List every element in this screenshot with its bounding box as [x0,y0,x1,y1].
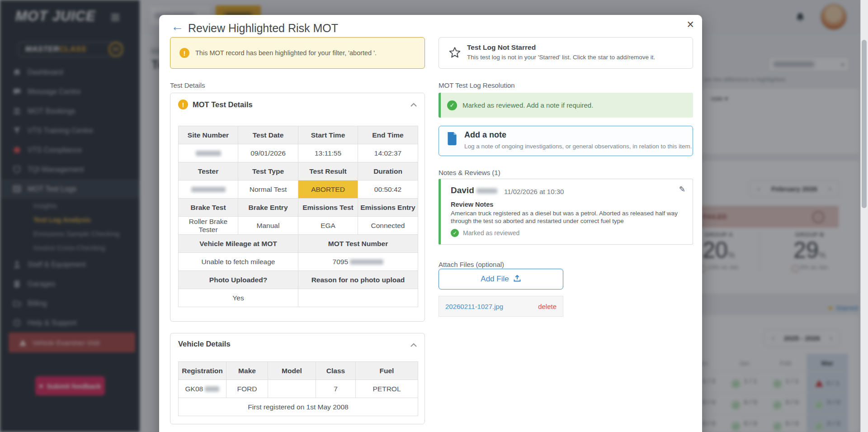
edit-pencil-icon[interactable]: ✎ [679,185,685,194]
note-author: David [451,185,497,195]
review-highlighted-risk-mot-modal: ← Review Highlighted Risk MOT × ! This M… [159,15,702,432]
check-circle-icon: ✓ [447,100,457,110]
back-arrow-icon[interactable]: ← [171,19,184,34]
table-row: TesterTest TypeTest ResultDuration [179,162,418,180]
modal-title: Review Highlighted Risk MOT [188,22,338,35]
close-icon[interactable]: × [687,18,694,32]
mot-test-details-table: Site NumberTest DateStart TimeEnd Time 0… [178,126,418,307]
add-note-card[interactable]: Add a note Log a note of ongoing investi… [439,126,693,156]
redacted-registration [205,386,219,392]
table-row: GK08 FORD 7 PETROL [179,380,418,398]
table-row: Vehicle Mileage at MOT MOT Test Number [179,235,418,253]
card-title: Vehicle Details [178,340,231,348]
table-row: Site NumberTest DateStart TimeEnd Time [179,126,418,144]
review-notes-body: American truck registered as a diesel bu… [451,209,679,225]
table-row: 09/01/2026 13:11:55 14:02:37 [179,144,418,162]
chevron-up-icon[interactable] [410,101,417,109]
card-title: MOT Test Details [193,100,253,109]
table-row: Yes [179,289,418,307]
table-row: Unable to fetch mileage 7095 [179,253,418,271]
chevron-up-icon[interactable] [410,342,417,350]
page-scrollbar[interactable] [860,0,868,432]
attach-files-label: Attach Files (optional) [439,261,504,268]
table-row: First registered on 1st May 2008 [179,398,418,416]
notes-reviews-label: Notes & Reviews (1) [439,169,500,176]
review-notes-label: Review Notes [451,201,493,208]
test-details-label: Test Details [170,81,205,89]
attached-file-row: 20260211-1027.jpg delete [439,296,563,317]
filter-highlight-alert: ! This MOT record has been highlighted f… [170,37,425,69]
redacted-tester-name [191,187,226,192]
test-result-aborted-badge: ABORTED [298,180,358,199]
delete-file-link[interactable]: delete [538,303,557,310]
scrollbar-thumb[interactable] [862,40,867,208]
table-row: Normal Test ABORTED 00:50:42 [179,180,418,199]
resolution-status-alert: ✓ Marked as reviewed. Add a note if requ… [439,93,693,118]
mot-test-details-card: ! MOT Test Details Site NumberTest DateS… [170,93,425,322]
first-registered-footer: First registered on 1st May 2008 [179,398,418,416]
starred-status-card: Test Log Not Starred This test log is no… [439,37,693,69]
check-circle-icon: ✓ [451,229,459,237]
resolution-label: MOT Test Log Resolution [439,81,515,89]
table-row: RegistrationMakeModelClassFuel [179,362,418,380]
note-timestamp: 11/02/2026 at 10:30 [504,188,564,195]
table-row: Brake TestBrake EntryEmissions TestEmiss… [179,199,418,217]
table-row: Roller Brake Tester Manual EGA Connected [179,217,418,235]
warning-circle-icon: ! [179,48,189,58]
note-reviewed-status: ✓ Marked as reviewed [451,229,519,237]
redacted-surname [476,188,497,194]
vehicle-details-card: Vehicle Details RegistrationMakeModelCla… [170,333,425,424]
redacted-site-number [196,151,221,156]
redacted-mot-test-number [350,259,383,265]
review-note-item: David 11/02/2026 at 10:30 ✎ Review Notes… [439,179,693,245]
table-row: Photo Uploaded? Reason for no photo uplo… [179,271,418,289]
note-file-icon [447,132,458,147]
star-outline-icon[interactable] [448,46,462,62]
vehicle-details-table: RegistrationMakeModelClassFuel GK08 FORD… [178,361,418,416]
upload-icon [513,274,521,285]
add-file-button[interactable]: Add File [439,269,563,290]
warning-circle-icon: ! [178,100,188,109]
attached-file-link[interactable]: 20260211-1027.jpg [445,303,503,310]
